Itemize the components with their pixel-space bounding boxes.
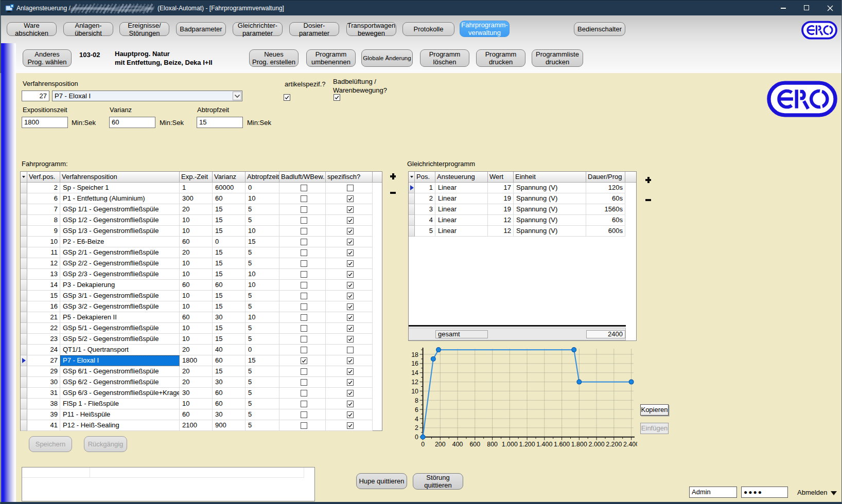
svg-text:18: 18 bbox=[411, 351, 418, 358]
svg-text:800: 800 bbox=[487, 441, 498, 448]
svg-text:12: 12 bbox=[411, 379, 418, 386]
svg-text:16: 16 bbox=[411, 360, 418, 367]
svg-text:400: 400 bbox=[452, 441, 463, 448]
svg-text:1.000: 1.000 bbox=[502, 441, 518, 448]
svg-text:6: 6 bbox=[415, 406, 418, 413]
svg-text:2.400: 2.400 bbox=[623, 441, 637, 448]
svg-text:14: 14 bbox=[411, 369, 418, 376]
svg-text:2: 2 bbox=[415, 424, 418, 431]
svg-text:1.400: 1.400 bbox=[536, 441, 552, 448]
svg-text:4: 4 bbox=[415, 416, 418, 423]
svg-text:1.600: 1.600 bbox=[554, 441, 570, 448]
svg-text:8: 8 bbox=[415, 397, 418, 404]
svg-text:2.000: 2.000 bbox=[589, 441, 605, 448]
svg-text:0: 0 bbox=[421, 441, 425, 448]
svg-text:1.200: 1.200 bbox=[519, 441, 535, 448]
svg-text:2.200: 2.200 bbox=[606, 441, 622, 448]
svg-text:0: 0 bbox=[415, 434, 418, 441]
svg-text:200: 200 bbox=[435, 441, 446, 448]
svg-text:1.800: 1.800 bbox=[571, 441, 587, 448]
svg-text:600: 600 bbox=[469, 441, 480, 448]
svg-text:10: 10 bbox=[411, 388, 418, 395]
